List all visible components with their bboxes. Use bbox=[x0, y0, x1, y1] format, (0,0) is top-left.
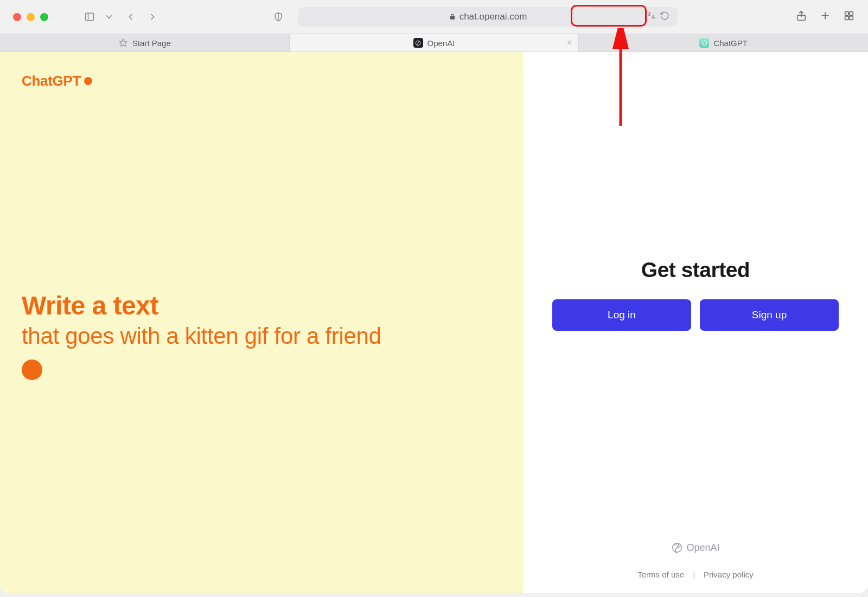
window-maximize-button[interactable] bbox=[40, 13, 48, 21]
window-close-button[interactable] bbox=[13, 13, 21, 21]
share-button[interactable] bbox=[795, 10, 807, 24]
tab-bar: Start Page OpenAI × ChatGPT bbox=[0, 34, 868, 52]
tab-openai[interactable]: OpenAI × bbox=[290, 34, 579, 52]
svg-rect-8 bbox=[845, 16, 848, 20]
chatgpt-icon bbox=[699, 38, 709, 48]
footer-links: Terms of use | Privacy policy bbox=[523, 570, 868, 579]
tab-label: OpenAI bbox=[427, 38, 455, 48]
svg-rect-9 bbox=[850, 16, 853, 20]
chatgpt-logo: ChatGPT bbox=[22, 73, 501, 89]
svg-rect-0 bbox=[86, 13, 94, 20]
login-button[interactable]: Log in bbox=[552, 299, 691, 331]
reload-icon[interactable] bbox=[660, 11, 669, 23]
close-tab-button[interactable]: × bbox=[567, 38, 572, 48]
url-text: chat.openai.com bbox=[459, 11, 527, 22]
tab-chatgpt[interactable]: ChatGPT bbox=[579, 34, 868, 52]
openai-icon bbox=[413, 38, 423, 48]
right-panel: Get started Log in Sign up OpenAI Terms … bbox=[523, 52, 868, 593]
star-icon bbox=[118, 38, 128, 48]
tab-start-page[interactable]: Start Page bbox=[0, 34, 290, 52]
footer-brand-text: OpenAI bbox=[686, 542, 719, 554]
footer-brand: OpenAI bbox=[523, 542, 868, 554]
typing-cursor-icon bbox=[22, 360, 42, 380]
logo-text: ChatGPT bbox=[22, 73, 81, 89]
auth-buttons: Log in Sign up bbox=[523, 299, 868, 331]
translate-icon[interactable] bbox=[647, 11, 656, 23]
page-content: ChatGPT Write a text that goes with a ki… bbox=[0, 52, 868, 593]
prompt-heading: Write a text bbox=[22, 291, 381, 320]
logo-dot-icon bbox=[84, 77, 92, 85]
tab-label: Start Page bbox=[132, 38, 171, 48]
footer: OpenAI Terms of use | Privacy policy bbox=[523, 542, 868, 579]
privacy-shield-button[interactable] bbox=[271, 9, 286, 24]
sidebar-toggle-button[interactable] bbox=[82, 9, 97, 24]
lock-icon bbox=[449, 13, 456, 21]
signup-button[interactable]: Sign up bbox=[700, 299, 839, 331]
right-toolbar bbox=[795, 10, 855, 24]
terms-link[interactable]: Terms of use bbox=[637, 570, 684, 579]
left-panel: ChatGPT Write a text that goes with a ki… bbox=[0, 52, 523, 593]
animated-prompt: Write a text that goes with a kitten gif… bbox=[22, 291, 381, 380]
address-bar-actions bbox=[644, 9, 672, 25]
svg-rect-6 bbox=[845, 12, 848, 15]
tab-label: ChatGPT bbox=[713, 38, 748, 48]
address-bar[interactable]: chat.openai.com bbox=[298, 7, 678, 27]
get-started-heading: Get started bbox=[523, 258, 868, 282]
auth-section: Get started Log in Sign up bbox=[523, 258, 868, 331]
window-controls bbox=[13, 13, 48, 21]
prompt-subtext: that goes with a kitten gif for a friend bbox=[22, 323, 381, 350]
new-tab-button[interactable] bbox=[819, 10, 831, 24]
separator: | bbox=[693, 570, 695, 579]
browser-toolbar: chat.openai.com bbox=[0, 0, 868, 34]
svg-rect-7 bbox=[850, 12, 853, 15]
svg-marker-11 bbox=[119, 39, 126, 46]
openai-logo-icon bbox=[671, 542, 683, 554]
privacy-link[interactable]: Privacy policy bbox=[704, 570, 754, 579]
window-minimize-button[interactable] bbox=[27, 13, 35, 21]
forward-button[interactable] bbox=[145, 9, 160, 24]
back-button[interactable] bbox=[123, 9, 138, 24]
tab-groups-dropdown[interactable] bbox=[101, 9, 117, 24]
tab-overview-button[interactable] bbox=[843, 10, 855, 24]
